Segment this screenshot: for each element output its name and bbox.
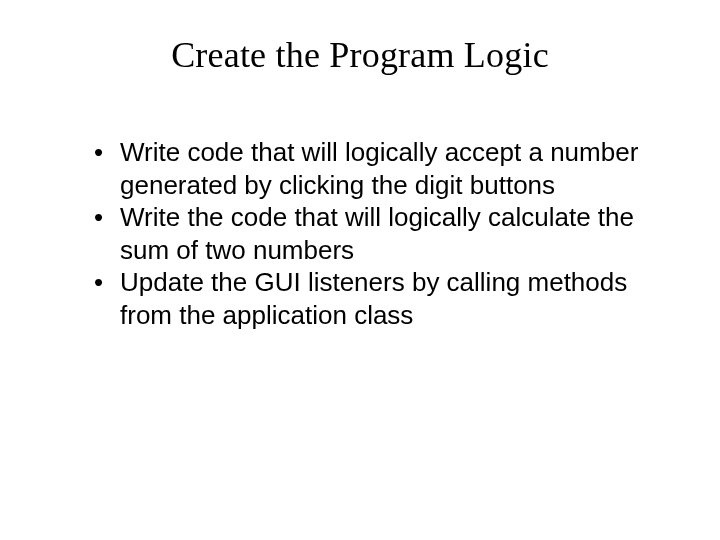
list-item: Write the code that will logically calcu…: [90, 201, 640, 266]
bullet-list: Write code that will logically accept a …: [90, 136, 640, 331]
slide-container: Create the Program Logic Write code that…: [0, 0, 720, 540]
list-item: Write code that will logically accept a …: [90, 136, 640, 201]
slide-content: Write code that will logically accept a …: [60, 136, 660, 331]
list-item: Update the GUI listeners by calling meth…: [90, 266, 640, 331]
slide-title: Create the Program Logic: [60, 34, 660, 76]
